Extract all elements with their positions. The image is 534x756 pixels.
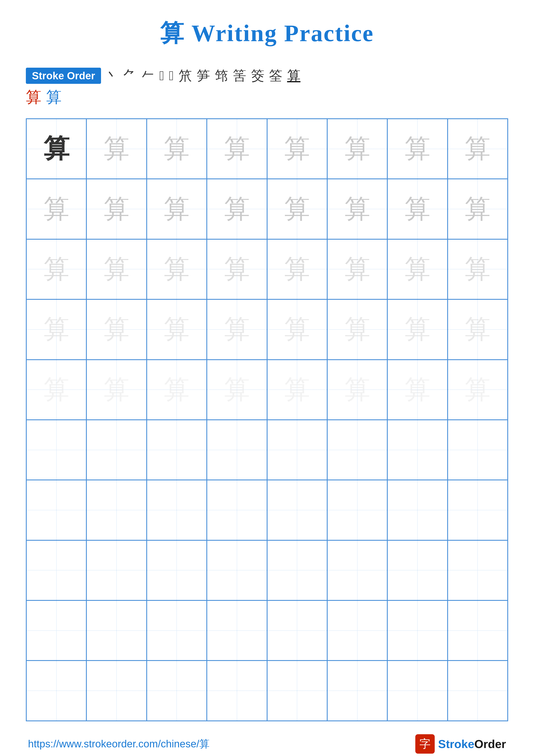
grid-cell[interactable] <box>87 420 146 480</box>
grid-cell[interactable] <box>327 420 387 480</box>
grid-cell[interactable]: 算 <box>26 179 87 239</box>
grid-cell[interactable]: 算 <box>87 179 146 239</box>
grid-cell[interactable] <box>147 480 207 540</box>
practice-char: 算 <box>344 312 370 347</box>
grid-cell[interactable]: 算 <box>447 119 508 179</box>
grid-cell[interactable]: 算 <box>207 360 267 420</box>
grid-cell[interactable] <box>447 480 508 540</box>
practice-char: 算 <box>104 252 129 287</box>
grid-cell[interactable] <box>387 480 447 540</box>
stroke-12: 算 <box>287 67 300 85</box>
grid-cell[interactable] <box>447 420 508 480</box>
grid-cell[interactable]: 算 <box>87 239 146 299</box>
grid-cell[interactable] <box>267 661 327 721</box>
grid-cell[interactable]: 算 <box>447 239 508 299</box>
practice-char: 算 <box>344 372 370 407</box>
grid-cell[interactable] <box>87 661 146 721</box>
grid-cell[interactable]: 算 <box>147 179 207 239</box>
practice-char: 算 <box>224 252 250 287</box>
grid-cell[interactable]: 算 <box>447 179 508 239</box>
grid-cell[interactable]: 算 <box>327 119 387 179</box>
grid-cell[interactable]: 算 <box>207 239 267 299</box>
grid-cell[interactable]: 算 <box>387 119 447 179</box>
grid-cell[interactable] <box>26 661 87 721</box>
grid-cell[interactable]: 算 <box>26 360 87 420</box>
stroke-order-section: Stroke Order 丶 ⺈ 𠂉 𠃑 𠃏 笊 笋 筇 筈 筊 筌 算 算 算 <box>26 67 508 108</box>
grid-cell[interactable]: 算 <box>327 299 387 360</box>
grid-cell[interactable] <box>147 420 207 480</box>
grid-cell[interactable]: 算 <box>147 299 207 360</box>
grid-cell[interactable] <box>267 480 327 540</box>
grid-cell[interactable] <box>447 600 508 661</box>
grid-cell[interactable] <box>87 540 146 600</box>
grid-cell[interactable]: 算 <box>207 119 267 179</box>
grid-cell[interactable]: 算 <box>327 239 387 299</box>
grid-cell[interactable] <box>147 661 207 721</box>
grid-cell[interactable] <box>207 480 267 540</box>
grid-cell[interactable]: 算 <box>267 239 327 299</box>
grid-cell[interactable]: 算 <box>147 360 207 420</box>
grid-cell[interactable] <box>447 661 508 721</box>
grid-cell[interactable]: 算 <box>387 299 447 360</box>
grid-cell[interactable] <box>267 540 327 600</box>
grid-cell[interactable] <box>387 600 447 661</box>
grid-cell[interactable] <box>87 480 146 540</box>
grid-cell[interactable] <box>87 600 146 661</box>
footer-url[interactable]: https://www.strokeorder.com/chinese/算 <box>28 737 210 751</box>
practice-char: 算 <box>164 252 190 287</box>
grid-cell[interactable]: 算 <box>26 299 87 360</box>
practice-char: 算 <box>405 192 430 227</box>
grid-cell[interactable] <box>26 540 87 600</box>
grid-cell[interactable]: 算 <box>327 179 387 239</box>
practice-char: 算 <box>164 312 190 347</box>
grid-cell[interactable] <box>387 420 447 480</box>
grid-cell[interactable]: 算 <box>387 179 447 239</box>
grid-cell[interactable]: 算 <box>267 179 327 239</box>
grid-cell[interactable] <box>327 661 387 721</box>
stroke-4: 𠃑 <box>159 68 164 83</box>
grid-cell[interactable] <box>327 600 387 661</box>
practice-char: 算 <box>284 192 310 227</box>
logo-stroke: Stroke <box>438 738 474 750</box>
grid-cell[interactable] <box>327 540 387 600</box>
stroke-1: 丶 <box>105 67 118 85</box>
practice-char: 算 <box>104 372 129 407</box>
grid-cell[interactable] <box>26 480 87 540</box>
grid-cell[interactable]: 算 <box>447 360 508 420</box>
grid-cell[interactable] <box>207 661 267 721</box>
grid-cell[interactable] <box>267 420 327 480</box>
grid-cell[interactable]: 算 <box>87 119 146 179</box>
grid-cell[interactable]: 算 <box>147 119 207 179</box>
grid-cell[interactable]: 算 <box>387 360 447 420</box>
grid-cell[interactable] <box>147 540 207 600</box>
grid-cell[interactable]: 算 <box>267 360 327 420</box>
practice-char: 算 <box>465 372 491 407</box>
grid-cell[interactable] <box>207 540 267 600</box>
grid-cell[interactable]: 算 <box>387 239 447 299</box>
grid-cell[interactable]: 算 <box>207 179 267 239</box>
grid-cell[interactable] <box>207 600 267 661</box>
grid-cell[interactable] <box>387 661 447 721</box>
grid-cell[interactable]: 算 <box>267 119 327 179</box>
grid-cell[interactable] <box>447 540 508 600</box>
grid-cell[interactable]: 算 <box>207 299 267 360</box>
grid-cell[interactable]: 算 <box>26 239 87 299</box>
grid-cell[interactable] <box>207 420 267 480</box>
grid-cell[interactable] <box>327 480 387 540</box>
grid-cell[interactable]: 算 <box>87 299 146 360</box>
grid-cell[interactable]: 算 <box>327 360 387 420</box>
grid-cell[interactable] <box>26 420 87 480</box>
grid-cell[interactable] <box>387 540 447 600</box>
grid-cell[interactable]: 算 <box>87 360 146 420</box>
grid-cell[interactable]: 算 <box>147 239 207 299</box>
grid-cell[interactable] <box>267 600 327 661</box>
practice-char: 算 <box>284 252 310 287</box>
footer: https://www.strokeorder.com/chinese/算 字 … <box>26 734 508 754</box>
practice-char: 算 <box>465 192 491 227</box>
grid-cell[interactable]: 算 <box>447 299 508 360</box>
grid-cell[interactable] <box>26 600 87 661</box>
grid-cell[interactable]: 算 <box>26 119 87 179</box>
grid-cell[interactable] <box>147 600 207 661</box>
grid-cell[interactable]: 算 <box>267 299 327 360</box>
practice-char: 算 <box>284 131 310 166</box>
